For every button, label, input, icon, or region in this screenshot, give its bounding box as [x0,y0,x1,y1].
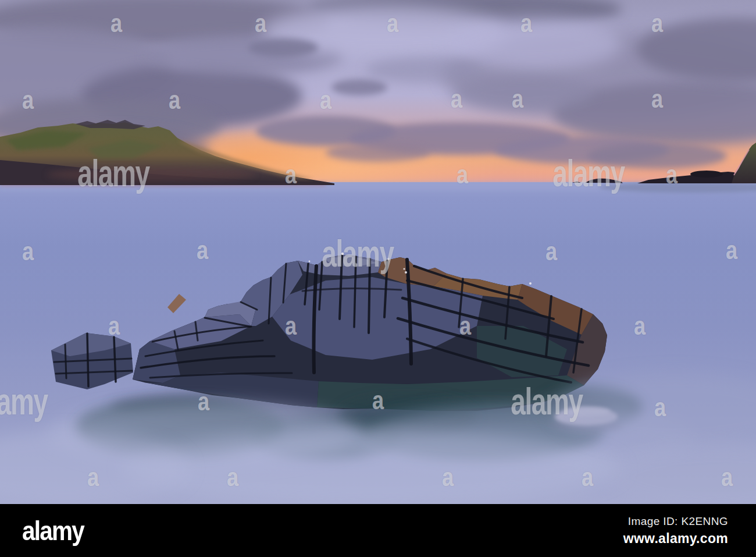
cloud [366,57,483,83]
cloud [587,143,727,169]
seascape-scene [0,0,756,504]
sky-light-gap [448,17,622,70]
cloud [248,38,318,57]
photo-area: aaaaaaaaaaaalamyaaalamyaaaalamyaaaaaaala… [0,0,756,504]
stock-photo-page: aaaaaaaaaaaalamyaaalamyaaaalamyaaaaaaala… [0,0,756,557]
website-text: www.alamy.com [623,531,728,547]
image-id-text: Image ID: K2ENNG [623,515,728,528]
footer-bar: alamy Image ID: K2ENNG www.alamy.com [0,504,756,557]
cloud [454,76,593,111]
spit-bump [690,171,723,178]
alamy-logo: alamy [22,517,84,544]
mist-patch [122,431,622,504]
footer-info: Image ID: K2ENNG www.alamy.com [623,515,728,547]
cloud [326,143,430,162]
cliff-red-tint [47,168,256,182]
cloud [331,79,387,95]
